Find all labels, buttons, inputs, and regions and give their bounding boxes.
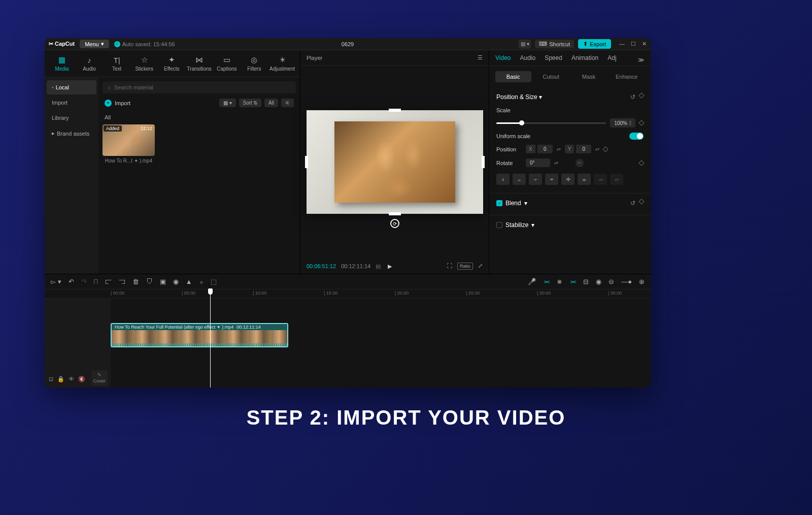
eye-icon[interactable]: 👁 xyxy=(69,376,74,382)
maximize-icon[interactable]: ☐ xyxy=(631,41,636,47)
timeline-tracks[interactable]: How To Reach Your Full Potential (alter … xyxy=(111,299,651,388)
mic-icon[interactable]: 🎤 xyxy=(528,278,536,285)
zoom-slider[interactable]: —● xyxy=(621,278,632,285)
reset-icon[interactable]: ↺ xyxy=(630,93,635,101)
lock-icon[interactable]: 🔒 xyxy=(57,376,64,382)
mute-icon[interactable]: 🔇 xyxy=(78,376,85,382)
shortcut-button[interactable]: ⌨ Shortcut xyxy=(535,40,574,48)
view-grid-button[interactable]: ▦ ▾ xyxy=(219,99,236,107)
sidebar-item-import[interactable]: Import xyxy=(47,95,96,110)
tab-transitions[interactable]: ⋈Transitions xyxy=(186,53,213,74)
stabilize-checkbox[interactable] xyxy=(496,222,502,228)
tab-stickers[interactable]: ☆Stickers xyxy=(131,53,157,74)
sub-tab-basic[interactable]: Basic xyxy=(495,71,531,82)
align-left-icon[interactable]: ⫞ xyxy=(496,174,510,185)
fullscreen-icon[interactable]: ⤢ xyxy=(478,263,483,270)
tab-media[interactable]: ▦Media xyxy=(49,53,75,74)
track-icon[interactable]: ⊟ xyxy=(583,278,589,285)
import-button[interactable]: +Import xyxy=(105,100,215,107)
snap-icon[interactable]: ⫘ xyxy=(569,278,576,285)
zoom-out-icon[interactable]: ⊖ xyxy=(608,278,614,285)
sub-tab-cutout[interactable]: Cutout xyxy=(533,71,569,82)
filter-all-button[interactable]: All xyxy=(264,99,278,107)
scale-slider[interactable] xyxy=(496,122,606,124)
position-x-input[interactable]: X0 xyxy=(526,145,553,153)
layout-icon[interactable]: ▤ ▾ xyxy=(519,40,531,49)
play-button[interactable]: ▶ xyxy=(388,263,392,270)
cover-button[interactable]: ✎Cover xyxy=(91,370,108,385)
close-icon[interactable]: ✕ xyxy=(642,41,647,47)
props-tab-audio[interactable]: Audio xyxy=(520,54,535,66)
video-frame[interactable]: ⟳ xyxy=(307,110,483,214)
position-y-input[interactable]: Y0 xyxy=(565,145,592,153)
keyframe-icon[interactable] xyxy=(638,92,644,98)
align-right-icon[interactable]: ⫟ xyxy=(529,174,542,185)
menu-button[interactable]: Menu ▾ xyxy=(80,40,109,48)
sidebar-item-library[interactable]: Library xyxy=(47,111,96,125)
track-toggle-icon[interactable]: ⊡ xyxy=(49,376,53,382)
timeline-ruler[interactable]: | 00:00 | 05:00 | 10:00 | 15:00 | 20:00 … xyxy=(45,289,651,299)
sidebar-item-local[interactable]: ●Local xyxy=(47,80,96,94)
resize-handle-bottom[interactable] xyxy=(389,212,401,215)
rotate-value[interactable]: 0° xyxy=(526,158,550,167)
redo-icon[interactable]: ↷ xyxy=(81,278,87,285)
align-center-h-icon[interactable]: ⫠ xyxy=(513,174,526,185)
grid-icon[interactable]: ▤ xyxy=(376,263,381,270)
rotate-handle[interactable]: ⟳ xyxy=(390,219,399,228)
media-item[interactable]: Added 12:12 How To R...t ✦ ).mp4 xyxy=(103,124,155,166)
export-button[interactable]: ⬆ Export xyxy=(578,39,611,49)
keyframe-icon[interactable] xyxy=(638,199,644,204)
crop-tl-icon[interactable]: ▣ xyxy=(160,278,166,285)
align-bottom-icon[interactable]: ⫨ xyxy=(578,174,591,185)
reset-icon[interactable]: ↺ xyxy=(630,200,635,207)
split-right-icon[interactable]: ⫎ xyxy=(119,278,125,285)
shield-icon[interactable]: ⛉ xyxy=(146,278,153,285)
search-input[interactable]: ⌕Search material xyxy=(103,81,296,93)
split-left-icon[interactable]: ⫍ xyxy=(105,278,112,285)
tab-audio[interactable]: ♪Audio xyxy=(76,53,103,74)
tab-effects[interactable]: ✦Effects xyxy=(158,53,185,74)
props-tab-speed[interactable]: Speed xyxy=(545,54,562,66)
sub-tab-enhance[interactable]: Enhance xyxy=(609,71,645,82)
blend-checkbox[interactable]: ✓ xyxy=(496,200,502,206)
keyframe-icon[interactable] xyxy=(638,160,644,166)
props-tab-animation[interactable]: Animation xyxy=(571,54,598,66)
props-tab-video[interactable]: Video xyxy=(495,54,511,66)
playhead[interactable] xyxy=(210,289,211,388)
record-icon[interactable]: ◉ xyxy=(596,278,601,285)
split-icon[interactable]: ⨅ xyxy=(94,278,98,285)
undo-icon[interactable]: ↶ xyxy=(69,278,74,285)
uniform-scale-toggle[interactable] xyxy=(629,133,644,140)
freeze-icon[interactable]: ⬚ xyxy=(211,278,217,285)
video-clip[interactable]: How To Reach Your Full Potential (alter … xyxy=(111,323,288,347)
speed-tl-icon[interactable]: ◉ xyxy=(173,278,179,285)
crop-icon[interactable]: ⛶ xyxy=(447,263,452,270)
props-more-icon[interactable]: ≫ xyxy=(638,56,645,63)
align-top-icon[interactable]: ⫧ xyxy=(545,174,558,185)
resize-handle-top[interactable] xyxy=(389,109,401,112)
scale-value[interactable]: 100%▴▾ xyxy=(610,118,635,127)
tab-text[interactable]: T|Text xyxy=(104,53,130,74)
resize-handle-left[interactable] xyxy=(305,156,308,168)
delete-icon[interactable]: 🗑 xyxy=(132,278,139,285)
sidebar-item-brand-assets[interactable]: ▸Brand assets xyxy=(47,126,96,141)
distribute-v-icon[interactable]: ⫭ xyxy=(610,174,623,185)
sub-tab-mask[interactable]: Mask xyxy=(571,71,607,82)
filter-icon-button[interactable]: ⚟ xyxy=(281,99,294,107)
rotate-reset-icon[interactable]: − xyxy=(576,159,584,167)
zoom-fit-icon[interactable]: ⊕ xyxy=(639,278,645,285)
ratio-button[interactable]: Ratio xyxy=(457,263,473,270)
props-tab-adj[interactable]: Adj xyxy=(607,54,616,66)
magnet-icon[interactable]: ⫘ xyxy=(543,278,550,285)
align-center-v-icon[interactable]: ✛ xyxy=(561,174,574,185)
keyframe-icon[interactable] xyxy=(603,146,608,152)
sort-button[interactable]: Sort ⇅ xyxy=(239,99,261,107)
keyframe-icon[interactable] xyxy=(638,120,644,125)
rotate-tl-icon[interactable]: ⬦ xyxy=(199,278,204,285)
preview-menu-icon[interactable]: ☰ xyxy=(478,54,483,61)
tab-adjustment[interactable]: ☀Adjustment xyxy=(268,53,296,74)
link-icon[interactable]: ⋇ xyxy=(557,278,562,285)
mirror-icon[interactable]: ▲ xyxy=(186,278,192,285)
tab-captions[interactable]: ▭Captions xyxy=(214,53,240,74)
preview-canvas[interactable]: ⟳ xyxy=(300,66,489,259)
